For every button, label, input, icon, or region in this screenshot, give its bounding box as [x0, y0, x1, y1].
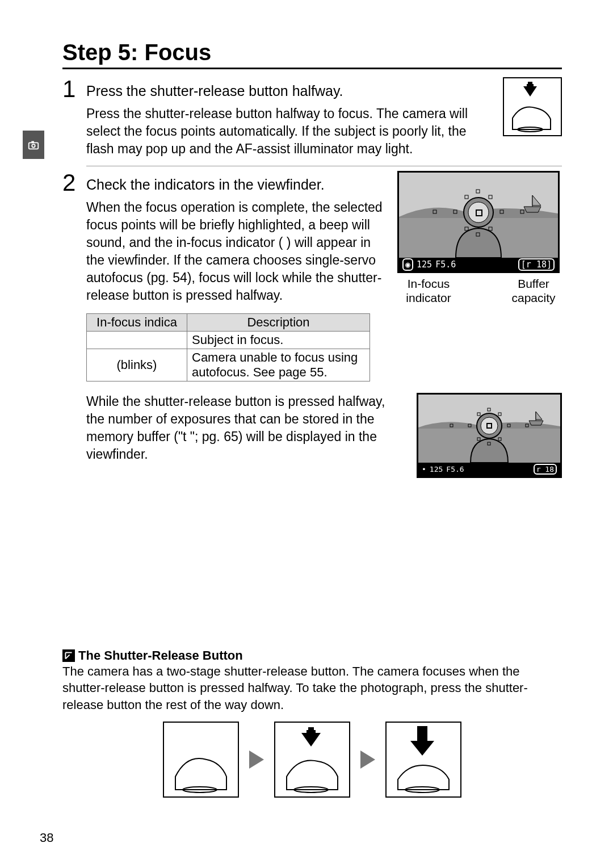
step-2: 2 Check the indicators in the viewfinder…: [62, 166, 562, 477]
step-1-number: 1: [62, 77, 78, 166]
viewfinder-scene-icon: [418, 395, 560, 463]
viewfinder-info-bar: ◉ 125 F5.6 [r 18]: [399, 258, 558, 271]
vf-shutter: 125: [417, 259, 432, 270]
table-cell-indicator: (blinks): [87, 349, 187, 381]
vf2-buffer: r 18: [534, 464, 557, 475]
note-icon: [62, 649, 75, 662]
viewfinder-scene-icon: [399, 173, 558, 258]
svg-rect-44: [308, 727, 314, 730]
in-focus-indicator-icon: ◉: [402, 258, 413, 271]
svg-marker-49: [410, 741, 434, 756]
vf-aperture: F5.6: [435, 259, 456, 270]
step-2-description: When the focus operation is complete, th…: [86, 199, 386, 304]
table-row: Subject in focus.: [87, 331, 370, 349]
arrow-right-icon: [249, 750, 264, 769]
half-press-illustration: [503, 77, 562, 136]
svg-rect-48: [417, 726, 427, 741]
seq-frame-rest: [163, 722, 239, 798]
svg-point-31: [481, 417, 498, 434]
viewfinder-info-bar-2: • 125 F5.6 r 18: [418, 463, 560, 476]
viewfinder-illustration-1: ◉ 125 F5.6 [r 18]: [397, 171, 560, 273]
seq-frame-half-press: [274, 722, 350, 798]
step-1: 1 Press the shutter-release button halfw…: [62, 73, 562, 166]
svg-rect-3: [528, 82, 532, 84]
viewfinder-illustration-2: • 125 F5.6 r 18: [417, 393, 562, 478]
in-focus-indicator-icon: •: [422, 465, 426, 473]
shutter-press-sequence: [62, 722, 562, 798]
buffer-paragraph: While the shutter-release button is pres…: [86, 393, 400, 478]
note-title-text: The Shutter-Release Button: [78, 648, 243, 663]
table-cell-desc: Subject in focus.: [187, 331, 370, 349]
svg-rect-45: [306, 730, 316, 733]
step-2-number: 2: [62, 171, 78, 477]
table-header-description: Description: [187, 313, 370, 331]
vf-label-buffer: Buffer capacity: [505, 276, 562, 305]
svg-rect-4: [527, 84, 534, 86]
step-1-heading: Press the shutter-release button halfway…: [86, 83, 492, 99]
table-cell-desc: Camera unable to focus using autofocus. …: [187, 349, 370, 381]
vf-buffer: [r 18]: [518, 258, 555, 271]
note-body-text: The camera has a two-stage shutter-relea…: [62, 663, 562, 714]
table-cell-indicator: [87, 331, 187, 349]
table-header-indicator: In-focus indica: [87, 313, 187, 331]
svg-marker-9: [524, 207, 541, 212]
step-2-heading: Check the indicators in the viewfinder.: [86, 177, 386, 193]
svg-marker-27: [529, 421, 543, 425]
vf2-aperture: F5.6: [446, 465, 464, 473]
page-number: 38: [40, 831, 53, 845]
svg-marker-5: [523, 86, 537, 97]
table-row: (blinks) Camera unable to focus using au…: [87, 349, 370, 381]
step-1-description: Press the shutter-release button halfway…: [86, 105, 492, 158]
arrow-right-icon: [360, 750, 375, 769]
svg-point-13: [468, 202, 489, 223]
vf-label-infocus: In-focus indicator: [397, 276, 460, 305]
svg-marker-46: [301, 733, 321, 747]
vf2-shutter: 125: [430, 465, 443, 473]
focus-indicator-table: In-focus indica Description Subject in f…: [86, 313, 370, 381]
page-title: Step 5: Focus: [62, 40, 562, 69]
seq-frame-full-press: [385, 722, 461, 798]
note-shutter-release: The Shutter-Release Button The camera ha…: [62, 648, 562, 798]
